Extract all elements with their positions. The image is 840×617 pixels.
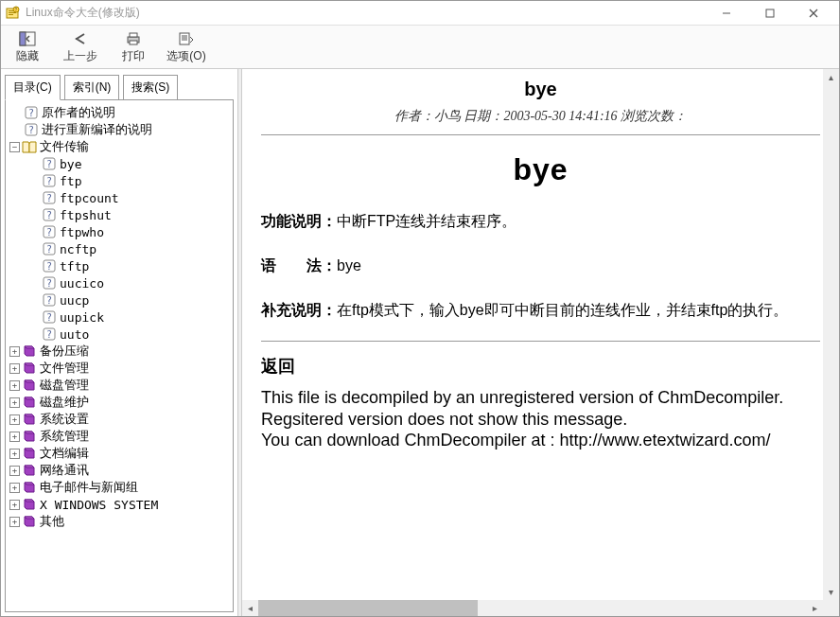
function-label: 功能说明： (261, 213, 337, 229)
svg-rect-7 (766, 9, 774, 17)
titlebar: ? Linux命令大全(修改版) (1, 1, 839, 26)
expand-toggle[interactable]: + (9, 346, 20, 357)
svg-text:?: ? (46, 193, 52, 203)
tree-item[interactable]: ?uucico (8, 274, 231, 291)
expand-toggle[interactable]: + (9, 397, 20, 408)
back-button[interactable]: 上一步 (54, 27, 107, 66)
tree-item[interactable]: ?bye (8, 155, 231, 172)
help-page-icon: ? (42, 207, 57, 222)
tree-item[interactable]: ?进行重新编译的说明 (8, 121, 231, 138)
options-button[interactable]: 选项(O) (160, 27, 213, 66)
syntax-label: 语 法： (261, 257, 337, 273)
hide-icon (18, 29, 37, 48)
tree-folder[interactable]: +磁盘管理 (8, 377, 231, 394)
expand-toggle[interactable]: + (9, 466, 20, 476)
expand-toggle[interactable]: − (9, 142, 20, 152)
tree-folder[interactable]: +备份压缩 (8, 343, 231, 360)
tree-item[interactable]: ?原作者的说明 (8, 104, 231, 121)
tree-item[interactable]: ?uuto (8, 326, 231, 343)
svg-text:?: ? (46, 176, 52, 186)
svg-text:?: ? (46, 159, 52, 169)
svg-rect-3 (9, 14, 13, 15)
scroll-down-button[interactable]: ▾ (823, 584, 839, 600)
meta-date-label: 日期： (464, 109, 503, 123)
page-title: bye (261, 79, 820, 100)
expand-toggle[interactable]: + (9, 517, 20, 527)
svg-point-12 (76, 38, 78, 40)
tab-index[interactable]: 索引(N) (64, 75, 120, 100)
expand-toggle[interactable]: + (9, 414, 20, 425)
tree-folder[interactable]: +磁盘维护 (8, 394, 231, 411)
svg-text:?: ? (46, 261, 52, 272)
tree-folder[interactable]: +文档编辑 (8, 445, 231, 462)
help-page-icon: ? (42, 173, 57, 188)
tree-folder[interactable]: −文件传输 (8, 138, 231, 155)
maximize-button[interactable] (748, 2, 792, 25)
scroll-right-button[interactable]: ▸ (807, 600, 823, 616)
footer-line-1: This file is decompiled by an unregister… (261, 387, 820, 409)
horizontal-scrollbar[interactable]: ◂ ▸ (242, 600, 823, 616)
expand-toggle[interactable]: + (9, 363, 20, 374)
hide-button[interactable]: 隐藏 (1, 27, 54, 66)
tab-search[interactable]: 搜索(S) (123, 75, 178, 100)
vertical-scrollbar[interactable]: ▴ ▾ (823, 69, 839, 600)
book-closed-icon (22, 361, 37, 376)
function-section: 功能说明：中断FTP连线并结束程序。 (261, 208, 820, 236)
tree-folder[interactable]: +其他 (8, 513, 231, 530)
minimize-button[interactable] (705, 2, 748, 25)
scroll-track-v[interactable] (823, 85, 839, 584)
decompiler-footer: This file is decompiled by an unregister… (261, 387, 820, 451)
tree-item[interactable]: ?ftpshut (8, 206, 231, 223)
tree-item[interactable]: ?uucp (8, 291, 231, 308)
help-page-icon: ? (42, 258, 57, 273)
expand-toggle[interactable]: + (9, 483, 20, 493)
tree-item[interactable]: ?tftp (8, 257, 231, 274)
return-link[interactable]: 返回 (261, 355, 820, 378)
print-label: 打印 (122, 48, 145, 64)
svg-rect-16 (180, 33, 189, 44)
expand-toggle[interactable]: + (9, 449, 20, 459)
close-button[interactable] (792, 2, 835, 25)
tree-folder[interactable]: +X WINDOWS SYSTEM (8, 496, 231, 513)
tree-item[interactable]: ?ftpwho (8, 223, 231, 240)
expand-toggle[interactable]: + (9, 380, 20, 391)
help-page-icon: ? (42, 309, 57, 325)
footer-line-3: You can download ChmDecompiler at : http… (261, 430, 820, 451)
hide-label: 隐藏 (16, 48, 39, 64)
expand-toggle[interactable]: + (9, 432, 20, 442)
print-icon (124, 29, 143, 48)
meta-author-label: 作者： (394, 109, 434, 123)
book-closed-icon (22, 429, 37, 444)
print-button[interactable]: 打印 (107, 27, 160, 66)
svg-text:?: ? (46, 312, 52, 323)
tree-item[interactable]: ?ftp (8, 172, 231, 189)
tree-folder[interactable]: +网络通讯 (8, 462, 231, 479)
meta-date: 2003-05-30 14:41:16 (503, 109, 617, 123)
tree-item[interactable]: ?ftpcount (8, 189, 231, 206)
options-icon (177, 29, 196, 48)
help-page-icon: ? (42, 190, 57, 205)
book-closed-icon (22, 446, 37, 461)
expand-toggle[interactable]: + (9, 500, 20, 510)
window-title: Linux命令大全(修改版) (26, 5, 705, 21)
tree-folder[interactable]: +文件管理 (8, 360, 231, 377)
scroll-track-h[interactable] (258, 600, 807, 616)
body-area: 目录(C) 索引(N) 搜索(S) ?原作者的说明?进行重新编译的说明−文件传输… (1, 69, 839, 616)
svg-text:?: ? (46, 244, 52, 255)
tab-contents[interactable]: 目录(C) (5, 75, 61, 100)
tree-folder[interactable]: +系统设置 (8, 411, 231, 428)
tree-folder[interactable]: +系统管理 (8, 428, 231, 445)
scroll-left-button[interactable]: ◂ (242, 600, 258, 616)
content-heading: bye (261, 152, 820, 187)
svg-text:?: ? (15, 7, 18, 12)
scroll-thumb-h[interactable] (258, 600, 478, 616)
tree-item[interactable]: ?ncftp (8, 240, 231, 257)
back-label: 上一步 (63, 48, 97, 64)
tree-folder[interactable]: +电子邮件与新闻组 (8, 479, 231, 496)
toolbar: 隐藏 上一步 打印 选项(O) (1, 26, 839, 69)
tree-item[interactable]: ?uupick (8, 308, 231, 326)
help-page-icon: ? (42, 326, 57, 342)
book-closed-icon (22, 344, 37, 359)
nav-panel: 目录(C) 索引(N) 搜索(S) ?原作者的说明?进行重新编译的说明−文件传输… (1, 69, 238, 616)
scroll-up-button[interactable]: ▴ (823, 69, 839, 85)
